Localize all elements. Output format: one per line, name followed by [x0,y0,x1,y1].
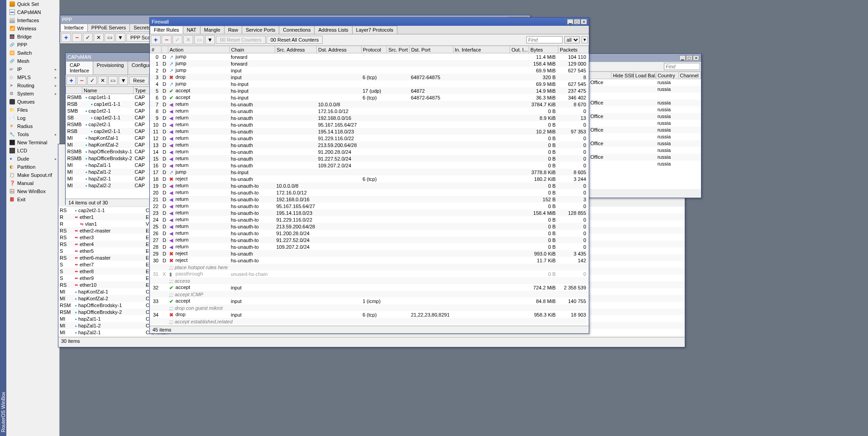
table-row[interactable]: 15D◀returnhs-unauth91.227.52.0/240 B0 [150,155,589,162]
table-row[interactable]: Officerussia [589,79,701,86]
table-row[interactable]: RSMBhapOfficeBrodsky-1CAP [66,148,150,155]
table-row[interactable]: 30D✖rejecths-unauth-to11.7 KiB142 [150,257,589,264]
tab-filter-rules[interactable]: Filter Rules [150,26,183,34]
sidebar-item-queues[interactable]: Queues [6,98,59,106]
filter-button[interactable]: ▼ [205,35,215,44]
table-row[interactable]: Officerussia [589,100,701,106]
add-button[interactable]: + [61,33,71,42]
col[interactable]: Type [134,87,150,94]
table-row[interactable]: 13D◀returnhs-unauth213.59.200.64/280 B0 [150,142,589,148]
tab-raw[interactable]: Raw [224,26,242,34]
table-row[interactable]: 20D◀returnhs-unauth-to172.16.0.0/120 B0 [150,189,589,196]
table-row[interactable]: 0D↗jumpforward11.4 MiB104 110 [150,53,589,60]
col[interactable]: Name [82,87,134,94]
col[interactable]: Out. I... [510,46,529,53]
col[interactable]: Bytes [529,46,558,53]
chain-filter[interactable]: all [564,36,580,43]
disable-button[interactable]: ✕ [94,33,104,42]
table-row[interactable]: 26D◀returnhs-unauth-to91.200.28.0/240 B0 [150,230,589,237]
table-row[interactable]: ;;; accept ICMP [150,291,589,298]
max-btn[interactable]: ▢ [574,19,580,24]
table-row[interactable]: 19D◀returnhs-unauth-to10.0.0.0/80 B0 [150,182,589,189]
table-row[interactable]: ;;; access [150,277,589,284]
table-row[interactable]: 24D◀returnhs-unauth-to91.229.116.0/220 B… [150,216,589,223]
table-row[interactable]: RSMBcap2et2-1CAP [66,121,150,128]
table-row[interactable]: 17D↗jumphs-input3778.8 KiB8 605 [150,169,589,175]
sidebar-item-make-supout.rif[interactable]: Make Supout.rif [6,171,59,179]
sidebar-item-ip[interactable]: IP▸ [6,65,59,73]
sidebar-item-radius[interactable]: Radius [6,122,59,130]
tab-interface[interactable]: Interface [60,24,88,32]
wr-title[interactable]: ▁▢✕ [589,54,701,62]
sidebar-item-ppp[interactable]: PPP [6,41,59,49]
comment-button[interactable]: ▭ [194,35,204,44]
tab-layer7-protocols[interactable]: Layer7 Protocols [352,26,398,34]
table-row[interactable]: 12D◀returnhs-unauth91.229.116.0/220 B0 [150,135,589,142]
add-button[interactable]: + [151,35,161,44]
sidebar-item-files[interactable]: Files [6,106,59,114]
tab-service-ports[interactable]: Service Ports [242,26,279,34]
table-row[interactable]: russia [589,147,701,154]
col[interactable]: Load Bal... [634,72,656,79]
table-row[interactable]: russia [589,133,701,140]
table-row[interactable]: MIhapZal2-2CAP [66,182,150,189]
col[interactable]: Channel [678,72,701,79]
min-btn[interactable]: ▁ [679,55,686,61]
sidebar-item-quick-set[interactable]: Quick Set [6,0,59,8]
col[interactable]: Country [656,72,678,79]
table-row[interactable]: russia [589,106,701,113]
add-button[interactable]: + [67,76,76,85]
sidebar-item-capsman[interactable]: CAPsMAN [6,8,59,16]
table-row[interactable]: 31X▮passthroughunused-hs-chain0 B0 [150,270,589,277]
table-row[interactable]: Officerussia [589,154,701,161]
disable-button[interactable]: ✕ [98,76,107,85]
tab-connections[interactable]: Connections [279,26,315,34]
table-row[interactable]: Officerussia [589,113,701,120]
fw-grid[interactable]: #ActionChainSrc. AddressDst. AddressProt… [150,46,589,326]
table-row[interactable]: Officerussia [589,127,701,133]
close-btn[interactable]: ✕ [693,55,699,61]
table-row[interactable]: RSMBcap1et1-1CAP [66,94,150,101]
table-row[interactable]: 33✔acceptinput1 (icmp)84.8 MiB140 755 [150,298,589,304]
tab-cap-interface[interactable]: CAP Interface [66,61,93,75]
tab-mangle[interactable]: Mangle [200,26,224,34]
sidebar-item-log[interactable]: Log [6,114,59,122]
table-row[interactable]: MIhapKonfZal-1CAP [66,135,150,142]
sidebar-item-interfaces[interactable]: Interfaces [6,16,59,24]
remove-button[interactable]: − [77,76,86,85]
col[interactable]: Packets [558,46,588,53]
fw-title[interactable]: Firewall ▁▢✕ [150,18,589,26]
sidebar-item-partition[interactable]: Partition [6,163,59,171]
col[interactable] [589,72,611,79]
table-row[interactable]: 1D↗jumpforward158.4 MiB129 000 [150,60,589,67]
col[interactable]: Src. Port [387,46,410,53]
table-row[interactable]: 7D◀returnhs-unauth10.0.0.0/83784.7 KiB8 … [150,101,589,108]
table-row[interactable]: 14D◀returnhs-unauth91.200.28.0/240 B0 [150,148,589,155]
find-input[interactable] [664,63,700,70]
enable-button[interactable]: ✓ [172,35,182,44]
table-row[interactable]: ;;; drop con guest mikrot [150,304,589,311]
col[interactable]: Hide SSID [611,72,634,79]
col[interactable]: Dst. Address [317,46,361,53]
max-btn[interactable]: ▢ [686,55,692,61]
table-row[interactable]: 22D◀returnhs-unauth-to95.167.165.64/270 … [150,203,589,209]
comment-button[interactable]: ▭ [108,76,118,85]
col[interactable]: Dst. Port [410,46,453,53]
table-row[interactable]: SBcap1et2-1-1CAP [66,114,150,121]
sidebar-item-wireless[interactable]: Wireless [6,24,59,33]
sidebar-item-new-winbox[interactable]: New WinBox [6,187,59,195]
remove-button[interactable]: − [162,35,172,44]
table-row[interactable]: 8D◀returnhs-unauth172.16.0.0/120 B0 [150,108,589,114]
sidebar-item-lcd[interactable]: LCD [6,147,59,155]
tab-pppoe-servers[interactable]: PPPoE Servers [87,24,130,32]
table-row[interactable]: MIhapZal1-2CAP [66,169,150,175]
tab-address-lists[interactable]: Address Lists [314,26,352,34]
table-row[interactable]: ;;; place hotspot rules here [150,264,589,270]
col[interactable]: # [150,46,162,53]
table-row[interactable]: 34✖dropinput6 (tcp)21,22,23,80,8291958.3… [150,311,589,318]
table-row[interactable]: 3D✖dropinput6 (tcp)64872-64875320 B8 [150,74,589,81]
table-row[interactable]: SMBcap1et2-1CAP [66,108,150,114]
table-row[interactable]: 32✔acceptinput724.2 MiB2 358 539 [150,284,589,291]
col[interactable] [162,46,168,53]
sidebar-item-tools[interactable]: Tools▸ [6,130,59,138]
